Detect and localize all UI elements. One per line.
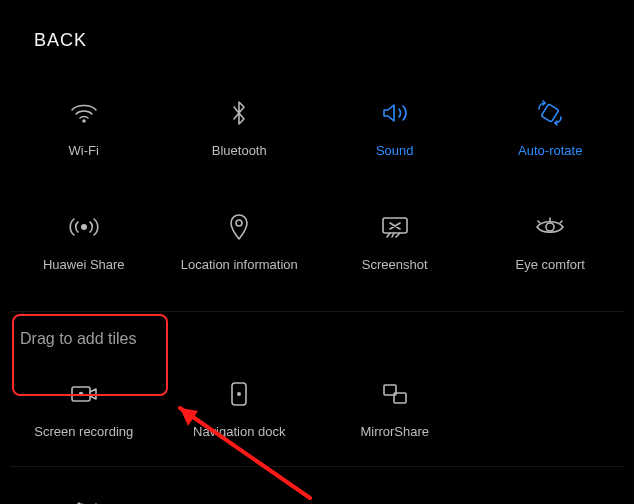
tile-label: Screen recording [34,424,133,439]
svg-point-3 [236,220,242,226]
location-icon [228,211,250,243]
active-tiles-row-1: Wi-Fi Bluetooth Sound [0,61,634,193]
wifi-icon [69,97,99,129]
tile-label: Sound [376,143,414,158]
tile-label: Navigation dock [193,424,286,439]
tile-label: Location information [181,257,298,272]
svg-point-9 [237,392,241,396]
tile-bluetooth[interactable]: Bluetooth [162,79,318,175]
tile-autorotate[interactable]: Auto-rotate [473,79,629,175]
svg-point-0 [83,120,85,122]
back-button[interactable]: BACK [34,30,87,50]
tile-label: Eye comfort [516,257,585,272]
mirror-share-icon [381,378,409,410]
tile-sound[interactable]: Sound [317,79,473,175]
bluetooth-icon [229,97,249,129]
eye-icon [534,211,566,243]
tile-location[interactable]: Location information [162,193,318,289]
svg-rect-1 [541,103,559,121]
tile-label: MirrorShare [360,424,429,439]
tile-huawei-share[interactable]: Huawei Share [6,193,162,289]
header: BACK [0,0,634,61]
navigation-dock-icon [229,378,249,410]
nearby-share-icon [69,491,99,505]
tile-screenshot[interactable]: Screenshot [317,193,473,289]
tile-eye-comfort[interactable]: Eye comfort [473,193,629,289]
svg-point-2 [81,224,87,230]
screen-recording-icon [69,378,99,410]
tile-screen-recording[interactable]: Screen recording [6,360,162,456]
screenshot-icon [380,211,410,243]
tile-wifi[interactable]: Wi-Fi [6,79,162,175]
available-tiles-row-1: Screen recording Navigation dock MirrorS… [0,354,634,462]
tile-label: Auto-rotate [518,143,582,158]
sound-icon [380,97,410,129]
tile-label: Huawei Share [43,257,125,272]
tile-label: Wi-Fi [69,143,99,158]
autorotate-icon [535,97,565,129]
tile-label: Screenshot [362,257,428,272]
svg-point-5 [546,223,554,231]
available-section-title: Drag to add tiles [0,312,634,354]
available-tiles-row-2: Nearby Share [0,467,634,504]
svg-point-7 [79,391,83,395]
tile-mirror-share[interactable]: MirrorShare [317,360,473,456]
tile-label: Bluetooth [212,143,267,158]
active-tiles-row-2: Huawei Share Location information Screen… [0,193,634,307]
huawei-share-icon [68,211,100,243]
tile-navigation-dock[interactable]: Navigation dock [162,360,318,456]
tile-nearby-share[interactable]: Nearby Share [6,473,162,504]
